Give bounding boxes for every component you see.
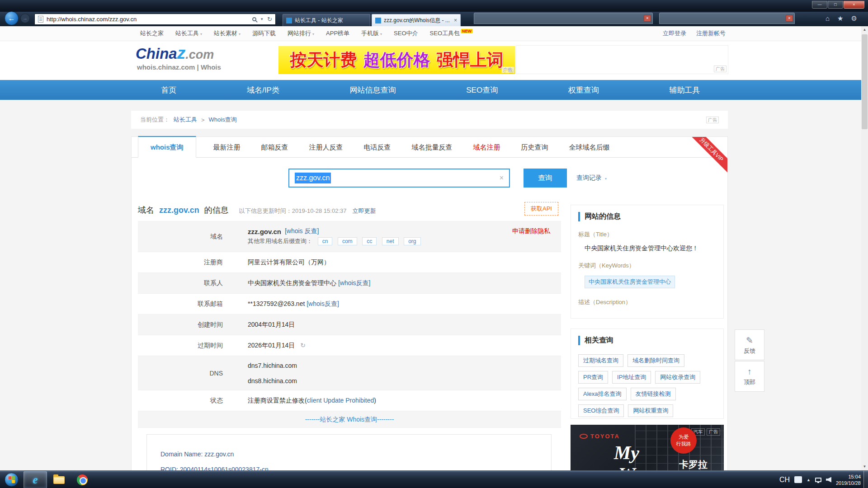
toyota-brand: TOYOTA: [580, 433, 620, 440]
start-button[interactable]: [5, 473, 19, 487]
refresh-icon[interactable]: ↻: [267, 16, 272, 23]
nav-item[interactable]: 辅助工具: [669, 85, 700, 95]
background-window-close-icon[interactable]: ×: [644, 15, 651, 22]
address-bar[interactable]: http://whois.chinaz.com/zzz.gov.cn ▼ ↻: [34, 14, 276, 25]
site-logo[interactable]: Chinaz.com: [136, 44, 214, 63]
suffix-chip[interactable]: org: [404, 237, 420, 245]
network-icon[interactable]: [815, 478, 821, 482]
get-api-button[interactable]: 获取API: [524, 202, 558, 216]
tab-title[interactable]: 站长工具 - 站长之家: [295, 17, 367, 24]
keyword-chip[interactable]: 中央国家机关住房资金管理中心: [585, 276, 675, 288]
tool-tab[interactable]: 全球域名后缀: [569, 137, 610, 157]
tool-tab[interactable]: 注册人反查: [309, 137, 343, 157]
suffix-chip[interactable]: cc: [362, 237, 377, 245]
related-link[interactable]: 域名删除时间查询: [627, 354, 684, 367]
back-to-top-button[interactable]: ↑ 顶部: [735, 361, 764, 392]
topnav-item[interactable]: SEO工具包NEW: [430, 29, 473, 38]
status-link[interactable]: client Update Prohibited: [307, 397, 374, 404]
browser-tab[interactable]: 站长工具 - 站长之家: [283, 14, 370, 26]
ad-banner[interactable]: 按天计费 超低价格 强悍上词 广告: [278, 46, 515, 74]
tool-tab[interactable]: 历史查询: [521, 137, 548, 157]
related-link[interactable]: 网站收录查询: [655, 371, 700, 384]
query-history-link[interactable]: 查询记录 ▾: [576, 174, 607, 182]
nav-item[interactable]: 网站信息查询: [350, 85, 396, 95]
chevron-down-icon[interactable]: ▼: [260, 17, 264, 21]
tool-tab-whois[interactable]: whois查询: [138, 136, 196, 158]
tool-tab[interactable]: 电话反查: [364, 137, 391, 157]
settings-gear-icon[interactable]: ⚙: [851, 14, 857, 23]
tool-tab[interactable]: 邮箱反查: [261, 137, 288, 157]
close-button[interactable]: ×: [844, 1, 864, 9]
nav-item[interactable]: 权重查询: [568, 85, 599, 95]
tab-title[interactable]: zzz.gov.cn的Whois信息 - ...: [384, 17, 451, 24]
related-link[interactable]: 友情链接检测: [631, 388, 676, 400]
tool-tab[interactable]: 最新注册: [213, 137, 241, 157]
related-link[interactable]: SEO综合查询: [578, 404, 624, 417]
feedback-button[interactable]: ✎ 反馈: [735, 329, 764, 360]
scroll-thumb[interactable]: [862, 34, 868, 129]
suffix-chip[interactable]: net: [382, 237, 399, 245]
nav-item[interactable]: SEO查询: [466, 85, 498, 95]
clear-input-icon[interactable]: ×: [500, 174, 504, 182]
update-now-link[interactable]: 立即更新: [352, 207, 376, 214]
favorites-star-icon[interactable]: ★: [837, 14, 843, 23]
breadcrumb-link[interactable]: Whois查询: [209, 116, 237, 124]
search-button[interactable]: 查询: [524, 169, 567, 188]
taskbar-explorer-button[interactable]: [47, 471, 71, 488]
topnav-item[interactable]: 站长工具▾: [175, 29, 202, 38]
scrollbar[interactable]: ▲ ▼: [861, 26, 868, 470]
breadcrumb-link[interactable]: 站长工具: [174, 116, 197, 124]
background-window[interactable]: ×: [474, 13, 653, 24]
volume-icon[interactable]: [826, 477, 831, 483]
domain-search-input[interactable]: zzz.gov.cn ×: [288, 169, 510, 188]
suffix-chip[interactable]: cn: [318, 237, 333, 245]
maximize-button[interactable]: □: [828, 1, 843, 9]
forward-button[interactable]: →: [20, 14, 30, 23]
ime-icon[interactable]: [794, 476, 802, 483]
related-link[interactable]: 网站权重查询: [628, 404, 673, 417]
search-icon[interactable]: [252, 17, 256, 21]
scroll-down-icon[interactable]: ▼: [861, 463, 868, 470]
tab-close-icon[interactable]: ×: [454, 17, 457, 23]
related-link[interactable]: 过期域名查询: [578, 354, 623, 367]
background-window-close-icon[interactable]: ×: [786, 15, 793, 22]
whois-reverse-link[interactable]: [whois反查]: [307, 300, 339, 307]
refresh-expiry-icon[interactable]: ↻: [300, 342, 306, 349]
topnav-item[interactable]: APP榜单: [326, 29, 349, 38]
vip-ribbon[interactable]: 升级工具VIP: [691, 137, 727, 173]
taskbar-clock[interactable]: 15:04 2019/10/28: [836, 474, 861, 486]
register-link[interactable]: 注册新帐号: [696, 29, 726, 38]
related-link[interactable]: Alexa排名查询: [578, 388, 627, 400]
result-domain[interactable]: zzz.gov.cn: [159, 206, 199, 215]
nav-item[interactable]: 首页: [161, 85, 177, 95]
ad-placeholder[interactable]: 广告: [516, 45, 728, 74]
minimize-button[interactable]: —: [812, 1, 827, 9]
taskbar-chrome-button[interactable]: [71, 471, 94, 488]
chevron-down-icon: ▾: [312, 32, 314, 36]
suffix-chip[interactable]: com: [338, 237, 357, 245]
url-text[interactable]: http://whois.chinaz.com/zzz.gov.cn: [47, 16, 252, 23]
whois-reverse-link[interactable]: [whois反查]: [338, 279, 371, 286]
login-link[interactable]: 立即登录: [663, 29, 686, 38]
tray-language[interactable]: CH: [779, 476, 790, 484]
topnav-item[interactable]: 网站排行▾: [288, 29, 314, 38]
related-link[interactable]: IP地址查询: [612, 371, 651, 384]
topnav-item[interactable]: 源码下载: [252, 29, 276, 38]
browser-tab-active[interactable]: zzz.gov.cn的Whois信息 - ... ×: [372, 14, 461, 26]
topnav-item[interactable]: 站长之家: [140, 29, 164, 38]
taskbar-ie-button[interactable]: e: [24, 471, 47, 488]
background-window[interactable]: ×: [659, 13, 795, 24]
whois-reverse-link[interactable]: [whois 反查]: [285, 227, 319, 235]
topnav-item[interactable]: 手机版▾: [361, 29, 382, 38]
tool-tab[interactable]: 域名批量反查: [412, 137, 453, 157]
home-icon[interactable]: ⌂: [826, 14, 830, 23]
tray-expand-icon[interactable]: ▲: [807, 478, 811, 482]
scroll-up-icon[interactable]: ▲: [861, 26, 868, 33]
back-button[interactable]: ←: [5, 11, 19, 25]
topnav-item[interactable]: SEO中介: [394, 29, 418, 38]
nav-item[interactable]: 域名/IP类: [247, 85, 279, 95]
tool-tab-register[interactable]: 域名注册: [473, 137, 500, 157]
privacy-delete-link[interactable]: 申请删除隐私: [512, 227, 557, 235]
show-desktop-button[interactable]: [863, 471, 868, 488]
topnav-item[interactable]: 站长素材▾: [214, 29, 241, 38]
